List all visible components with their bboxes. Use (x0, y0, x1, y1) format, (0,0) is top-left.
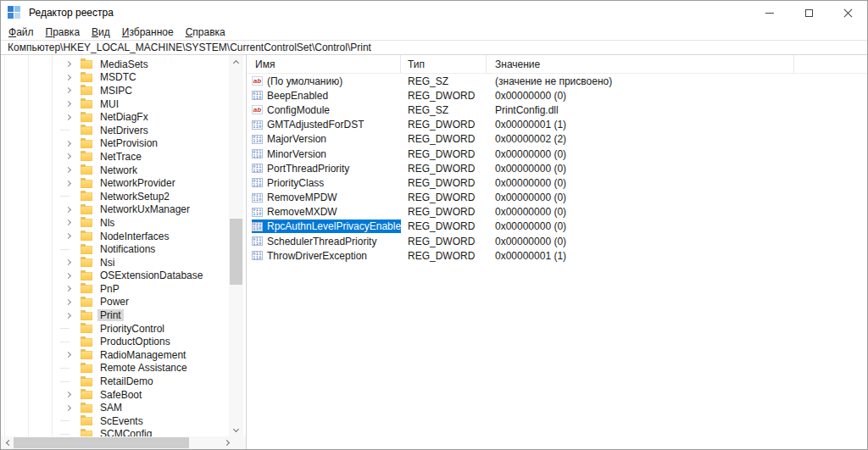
tree-item-prioritycontrol[interactable]: PriorityControl (1, 322, 246, 336)
value-row-schedulerthreadpriority[interactable]: 011 110SchedulerThreadPriorityREG_DWORD0… (247, 234, 867, 248)
tree-item-networkprovider[interactable]: NetworkProvider (1, 176, 246, 190)
value-row-throwdriverexception[interactable]: 011 110ThrowDriverExceptionREG_DWORD0x00… (247, 248, 867, 263)
dword-value-icon: 011 110 (252, 222, 263, 231)
value-row-rpcauthnlevelprivacyenabled[interactable]: 011 110RpcAuthnLevelPrivacyEnabledREG_DW… (247, 219, 867, 234)
menu-view[interactable]: Вид (86, 25, 116, 40)
tree-item-netprovision[interactable]: NetProvision (1, 137, 246, 151)
scroll-right-button[interactable] (221, 436, 234, 449)
close-button[interactable] (828, 1, 867, 25)
tree-item-nsi[interactable]: Nsi (1, 256, 246, 269)
chevron-right-icon (65, 181, 71, 186)
expand-chevron-icon[interactable] (65, 168, 77, 172)
value-row-portthreadpriority[interactable]: 011 110PortThreadPriorityREG_DWORD0x0000… (247, 161, 867, 175)
expand-chevron-icon[interactable] (65, 234, 77, 238)
tree-vertical-scrollbar[interactable] (229, 55, 243, 436)
scroll-down-button[interactable] (229, 424, 243, 436)
menu-favorites[interactable]: Избранное (116, 25, 180, 40)
expand-chevron-icon[interactable] (65, 286, 77, 291)
expand-chevron-icon[interactable] (65, 75, 77, 80)
expand-chevron-icon[interactable] (65, 260, 77, 264)
tree-horizontal-scrollbar[interactable] (1, 436, 246, 449)
value-row-configmodule[interactable]: abConfigModuleREG_SZPrintConfig.dll (247, 103, 867, 117)
minimize-button[interactable] (750, 1, 789, 25)
value-row--по-умолчанию-[interactable]: ab(По умолчанию)REG_SZ(значение не присв… (247, 74, 867, 88)
vertical-scrollbar-thumb[interactable] (230, 219, 242, 285)
tree-item-network[interactable]: Network (1, 164, 246, 177)
tree-item-productoptions[interactable]: ProductOptions (1, 335, 246, 348)
horizontal-scrollbar-thumb[interactable] (14, 437, 189, 448)
expand-chevron-icon[interactable] (65, 154, 77, 158)
menu-help[interactable]: Справка (180, 25, 231, 40)
tree-item-radiomanagement[interactable]: RadioManagement (1, 348, 246, 362)
tree-item-label: Remote Assistance (97, 362, 190, 374)
column-header-name[interactable]: Имя (247, 55, 401, 73)
value-data: 0x00000000 (0) (487, 90, 794, 102)
tree-connector (65, 196, 77, 197)
tree-item-mui[interactable]: MUI (1, 97, 246, 111)
tree-item-safeboot[interactable]: SafeBoot (1, 388, 246, 402)
tree-item-scevents[interactable]: ScEvents (1, 414, 246, 428)
value-name: ThrowDriverException (267, 250, 367, 262)
expand-chevron-icon[interactable] (65, 62, 77, 66)
folder-icon (81, 431, 92, 436)
tree-item-nodeinterfaces[interactable]: NodeInterfaces (1, 230, 246, 243)
tree-item-netdrivers[interactable]: NetDrivers (1, 124, 246, 137)
tree-item-netdiagfx[interactable]: NetDiagFx (1, 110, 246, 124)
folder-icon (81, 74, 92, 82)
value-data: 0x00000002 (2) (487, 133, 794, 145)
tree-item-nettrace[interactable]: NetTrace (1, 150, 246, 164)
scroll-left-button[interactable] (1, 436, 14, 449)
value-row-removemxdw[interactable]: 011 110RemoveMXDWREG_DWORD0x00000000 (0) (247, 205, 867, 219)
tree-connector (65, 420, 77, 421)
column-header-value[interactable]: Значение (487, 55, 794, 73)
expand-chevron-icon[interactable] (65, 102, 77, 106)
tree-item-nls[interactable]: Nls (1, 216, 246, 230)
maximize-button[interactable] (789, 1, 828, 25)
value-row-beepenabled[interactable]: 011 110BeepEnabledREG_DWORD0x00000000 (0… (247, 88, 867, 103)
tree-item-power[interactable]: Power (1, 296, 246, 309)
tree-item-pnp[interactable]: PnP (1, 282, 246, 296)
column-header-type[interactable]: Тип (401, 55, 487, 73)
tree-item-mediasets[interactable]: MediaSets (1, 58, 246, 71)
tree-item-label: MUI (97, 98, 121, 110)
expand-chevron-icon[interactable] (65, 274, 77, 278)
tree-item-networksetup2[interactable]: NetworkSetup2 (1, 190, 246, 203)
expand-chevron-icon[interactable] (65, 300, 77, 304)
expand-chevron-icon[interactable] (65, 208, 77, 212)
tree-item-notifications[interactable]: Notifications (1, 242, 246, 256)
tree-item-print[interactable]: Print (1, 308, 246, 322)
expand-chevron-icon[interactable] (65, 142, 77, 146)
expand-chevron-icon[interactable] (65, 220, 77, 225)
tree-item-osextensiondatabase[interactable]: OSExtensionDatabase (1, 269, 246, 283)
value-row-gmtadjustedfordst[interactable]: 011 110GMTAdjustedForDSTREG_DWORD0x00000… (247, 118, 867, 132)
tree-item-scmconfig[interactable]: SCMConfig (1, 428, 246, 436)
value-name-selection: 011 110PriorityClass (252, 176, 326, 190)
scroll-up-button[interactable] (229, 55, 243, 68)
value-row-majorversion[interactable]: 011 110MajorVersionREG_DWORD0x00000002 (… (247, 132, 867, 147)
dword-value-icon: 011 110 (252, 208, 263, 217)
expand-chevron-icon[interactable] (65, 406, 77, 410)
value-row-priorityclass[interactable]: 011 110PriorityClassREG_DWORD0x00000000 … (247, 175, 867, 190)
expand-chevron-icon[interactable] (65, 181, 77, 186)
tree-item-sam[interactable]: SAM (1, 401, 246, 414)
tree-item-networkuxmanager[interactable]: NetworkUxManager (1, 203, 246, 217)
address-bar[interactable]: Компьютер\HKEY_LOCAL_MACHINE\SYSTEM\Curr… (1, 40, 867, 55)
chevron-right-icon (65, 405, 71, 411)
folder-icon (81, 258, 92, 267)
tree-item-remote-assistance[interactable]: Remote Assistance (1, 362, 246, 375)
value-row-removempdw[interactable]: 011 110RemoveMPDWREG_DWORD0x00000000 (0) (247, 191, 867, 205)
tree-item-msipc[interactable]: MSIPC (1, 84, 246, 97)
value-row-minorversion[interactable]: 011 110MinorVersionREG_DWORD0x00000000 (… (247, 147, 867, 161)
expand-chevron-icon[interactable] (65, 392, 77, 397)
tree-item-label: SafeBoot (97, 389, 144, 401)
tree-item-label: SCMConfig (97, 428, 154, 436)
chevron-right-icon (65, 207, 71, 213)
menu-edit[interactable]: Правка (40, 25, 86, 40)
tree-item-retaildemo[interactable]: RetailDemo (1, 375, 246, 388)
expand-chevron-icon[interactable] (65, 88, 77, 92)
expand-chevron-icon[interactable] (65, 353, 77, 357)
expand-chevron-icon[interactable] (65, 115, 77, 119)
tree-item-msdtc[interactable]: MSDTC (1, 71, 246, 85)
expand-chevron-icon[interactable] (65, 314, 77, 318)
menu-file[interactable]: Файл (3, 25, 40, 40)
